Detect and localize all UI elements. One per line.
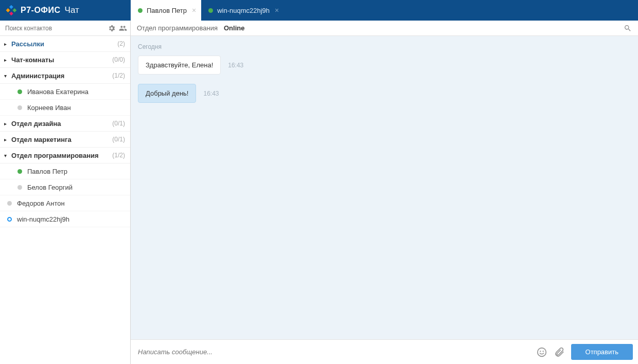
status-dot-icon (138, 8, 143, 13)
sidebar: ▸ Рассылки (2) ▸ Чат-комнаты (0/0) ▾ Адм… (0, 21, 131, 364)
tab-label: Павлов Петр (147, 7, 187, 14)
contact-belov[interactable]: Белов Георгий (0, 179, 130, 195)
status-dot-icon (17, 169, 22, 174)
app-logo-icon (5, 5, 16, 16)
chat-status: Online (224, 24, 244, 32)
gear-icon[interactable] (108, 24, 116, 32)
svg-point-4 (537, 348, 546, 356)
status-dot-icon (17, 185, 22, 190)
message-bubble: Здравствуйте, Елена! (138, 56, 221, 75)
chevron-down-icon: ▾ (4, 73, 8, 79)
group-marketing[interactable]: ▸ Отдел маркетинга (0/1) (0, 132, 130, 148)
group-chatrooms[interactable]: ▸ Чат-комнаты (0/0) (0, 52, 130, 68)
status-dot-icon (208, 8, 213, 13)
contact-ivanova[interactable]: Иванова Екатерина (0, 84, 130, 100)
emoji-icon[interactable] (536, 347, 547, 358)
status-dot-icon (17, 89, 22, 94)
contact-korneev[interactable]: Корнеев Иван (0, 100, 130, 116)
tab-pavlov[interactable]: Павлов Петр × (131, 0, 201, 21)
app-title: Чат (65, 5, 79, 15)
tab-label: win-nuqmc22hj9h (217, 7, 270, 14)
brand-text: Р7-ОФИС (21, 6, 61, 15)
svg-rect-0 (9, 5, 13, 9)
close-icon[interactable]: × (275, 6, 279, 14)
chevron-right-icon: ▸ (4, 41, 8, 47)
message-bubble: Добрый день! (138, 84, 196, 103)
message-time: 16:43 (203, 90, 219, 97)
contact-search-row (0, 21, 130, 36)
contact-fedorov[interactable]: Федоров Антон (0, 195, 130, 211)
status-dot-icon (17, 105, 22, 110)
chat-department: Отдел программирования (137, 24, 218, 32)
group-programming[interactable]: ▾ Отдел программирования (1/2) (0, 148, 130, 163)
chat-header: Отдел программирования Online (131, 21, 638, 36)
message-time: 16:43 (228, 62, 243, 69)
chat-tabs: Павлов Петр × win-nuqmc22hj9h × (131, 0, 284, 21)
contact-search-input[interactable] (5, 25, 104, 32)
group-mailing[interactable]: ▸ Рассылки (2) (0, 36, 130, 52)
message-incoming: Здравствуйте, Елена! 16:43 (138, 56, 631, 75)
chevron-right-icon: ▸ (4, 121, 8, 126)
message-input[interactable] (138, 348, 536, 356)
chevron-down-icon: ▾ (4, 153, 8, 158)
chevron-right-icon: ▸ (4, 137, 8, 142)
close-icon[interactable]: × (192, 6, 196, 14)
svg-rect-3 (12, 8, 16, 12)
group-design[interactable]: ▸ Отдел дизайна (0/1) (0, 116, 130, 132)
chevron-right-icon: ▸ (4, 57, 8, 63)
group-admin[interactable]: ▾ Администрация (1/2) (0, 68, 130, 84)
add-contact-icon[interactable] (119, 24, 127, 32)
contact-self[interactable]: win-nuqmc22hj9h (0, 211, 130, 227)
contact-pavlov[interactable]: Павлов Петр (0, 163, 130, 179)
svg-rect-1 (6, 8, 10, 12)
search-icon[interactable] (624, 24, 632, 32)
message-list: Сегодня Здравствуйте, Елена! 16:43 Добры… (131, 36, 638, 339)
date-separator: Сегодня (138, 43, 631, 50)
chat-pane: Отдел программирования Online Сегодня Зд… (131, 21, 638, 364)
svg-rect-2 (9, 12, 13, 16)
app-header: Р7-ОФИС Чат Павлов Петр × win-nuqmc22hj9… (0, 0, 638, 21)
message-outgoing: Добрый день! 16:43 (138, 84, 631, 103)
attach-icon[interactable] (554, 347, 565, 358)
send-button[interactable]: Отправить (571, 344, 633, 360)
status-dot-icon (7, 201, 12, 206)
svg-point-6 (542, 350, 543, 351)
contact-list: ▸ Рассылки (2) ▸ Чат-комнаты (0/0) ▾ Адм… (0, 36, 130, 364)
status-self-icon (7, 217, 12, 222)
composer: Отправить (131, 339, 638, 364)
svg-point-5 (540, 350, 541, 351)
tab-win-nuqmc[interactable]: win-nuqmc22hj9h × (201, 0, 284, 21)
brand: Р7-ОФИС Чат (0, 5, 131, 16)
